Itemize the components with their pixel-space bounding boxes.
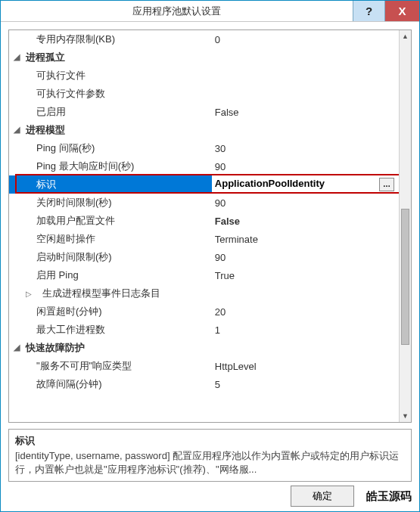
description-pane: 标识 [identityType, username, password] 配置… xyxy=(8,429,412,482)
property-grid: 专用内存限制(KB)0◢进程孤立可执行文件可执行文件参数已启用False◢进程模… xyxy=(8,29,412,423)
property-name: 关闭时间限制(秒) xyxy=(9,194,212,212)
property-row[interactable]: "服务不可用"响应类型HttpLevel xyxy=(9,357,399,375)
property-name: 已启用 xyxy=(9,103,212,121)
property-row[interactable]: 启动时间限制(秒)90 xyxy=(9,248,399,266)
watermark-text: 皓玉源码 xyxy=(366,489,412,504)
vertical-scrollbar[interactable]: ▲ ▼ xyxy=(399,30,411,422)
property-value[interactable]: 90 xyxy=(212,157,399,175)
property-row[interactable]: 闲置超时(分钟)20 xyxy=(9,303,399,321)
property-value[interactable]: 30 xyxy=(212,139,399,157)
expand-icon[interactable]: ◢ xyxy=(14,125,20,135)
property-row[interactable]: 关闭时间限制(秒)90 xyxy=(9,194,399,212)
property-value[interactable] xyxy=(212,284,399,303)
client-area: 专用内存限制(KB)0◢进程孤立可执行文件可执行文件参数已启用False◢进程模… xyxy=(1,22,419,489)
property-row[interactable]: 可执行文件参数 xyxy=(9,85,399,103)
category-row[interactable]: ◢进程孤立 xyxy=(9,48,399,67)
property-name: 故障间隔(分钟) xyxy=(9,375,212,393)
property-value[interactable]: 90 xyxy=(212,194,399,212)
property-name: 闲置超时(分钟) xyxy=(9,303,212,321)
expand-icon[interactable]: ◢ xyxy=(14,343,20,352)
expand-icon[interactable]: ▷ xyxy=(26,290,32,298)
ellipsis-button[interactable]: … xyxy=(379,178,394,191)
property-row[interactable]: 已启用False xyxy=(9,103,399,121)
property-value[interactable]: HttpLevel xyxy=(212,357,399,375)
property-name: 可执行文件 xyxy=(9,67,212,85)
property-name: 标识 xyxy=(9,175,212,194)
property-value[interactable]: Terminate xyxy=(212,230,399,248)
property-row[interactable]: 可执行文件 xyxy=(9,67,399,85)
category-label: 进程模型 xyxy=(26,124,65,135)
property-grid-body: 专用内存限制(KB)0◢进程孤立可执行文件可执行文件参数已启用False◢进程模… xyxy=(9,30,399,422)
window-title: 应用程序池默认设置 xyxy=(1,5,353,18)
titlebar-buttons: ? X xyxy=(353,1,419,21)
close-button[interactable]: X xyxy=(384,1,419,21)
property-name: 加载用户配置文件 xyxy=(9,212,212,230)
property-name: Ping 最大响应时间(秒) xyxy=(9,157,212,175)
property-value[interactable]: False xyxy=(212,103,399,121)
property-name: 专用内存限制(KB) xyxy=(9,30,212,48)
scroll-down-icon[interactable]: ▼ xyxy=(400,410,411,422)
scroll-thumb[interactable] xyxy=(401,209,409,345)
property-value[interactable] xyxy=(212,67,399,85)
property-row[interactable]: 空闲超时操作Terminate xyxy=(9,230,399,248)
description-title: 标识 xyxy=(15,434,405,448)
property-row[interactable]: 故障间隔(分钟)5 xyxy=(9,375,399,393)
property-name: 启用 Ping xyxy=(9,266,212,284)
property-value[interactable]: 20 xyxy=(212,303,399,321)
description-body: [identityType, username, password] 配置应用程… xyxy=(15,449,405,476)
property-row[interactable]: 启用 PingTrue xyxy=(9,266,399,284)
ok-button[interactable]: 确定 xyxy=(291,486,354,507)
property-row[interactable]: 专用内存限制(KB)0 xyxy=(9,30,399,48)
property-name: "服务不可用"响应类型 xyxy=(9,357,212,375)
category-label: 快速故障防护 xyxy=(26,342,85,353)
category-label: 进程孤立 xyxy=(26,51,65,63)
property-value[interactable]: 0 xyxy=(212,30,399,48)
property-row[interactable]: ▷生成进程模型事件日志条目 xyxy=(9,284,399,303)
property-value[interactable] xyxy=(212,85,399,103)
property-table: 专用内存限制(KB)0◢进程孤立可执行文件可执行文件参数已启用False◢进程模… xyxy=(9,30,399,393)
property-name: Ping 间隔(秒) xyxy=(9,139,212,157)
help-button[interactable]: ? xyxy=(353,1,384,21)
property-row[interactable]: 加载用户配置文件False xyxy=(9,212,399,230)
property-row[interactable]: 最大工作进程数1 xyxy=(9,321,399,339)
property-value[interactable]: 1 xyxy=(212,321,399,339)
property-row[interactable]: Ping 最大响应时间(秒)90 xyxy=(9,157,399,175)
expand-icon[interactable]: ◢ xyxy=(14,52,20,62)
property-row[interactable]: Ping 间隔(秒)30 xyxy=(9,139,399,157)
property-row[interactable]: 标识ApplicationPoolIdentity… xyxy=(9,175,399,194)
property-name: ▷生成进程模型事件日志条目 xyxy=(9,284,212,303)
property-value[interactable]: False xyxy=(212,212,399,230)
property-name: 可执行文件参数 xyxy=(9,85,212,103)
dialog-window: 应用程序池默认设置 ? X 专用内存限制(KB)0◢进程孤立可执行文件可执行文件… xyxy=(0,0,420,512)
property-name: 最大工作进程数 xyxy=(9,321,212,339)
property-value[interactable]: 90 xyxy=(212,248,399,266)
category-row[interactable]: ◢进程模型 xyxy=(9,121,399,139)
property-value[interactable]: 5 xyxy=(212,375,399,393)
property-name: 空闲超时操作 xyxy=(9,230,212,248)
property-value[interactable]: True xyxy=(212,266,399,284)
dialog-footer: 确定 皓玉源码 xyxy=(8,486,412,507)
scroll-track[interactable] xyxy=(400,42,411,410)
category-row[interactable]: ◢快速故障防护 xyxy=(9,339,399,357)
scroll-up-icon[interactable]: ▲ xyxy=(400,30,411,42)
titlebar: 应用程序池默认设置 ? X xyxy=(1,1,419,22)
property-value[interactable]: ApplicationPoolIdentity… xyxy=(212,175,399,194)
property-name: 启动时间限制(秒) xyxy=(9,248,212,266)
